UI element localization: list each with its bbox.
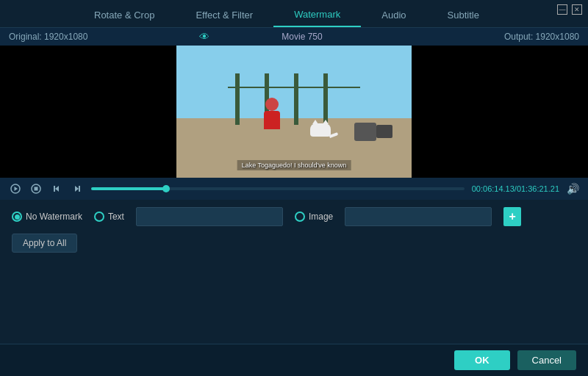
ok-button[interactable]: OK xyxy=(454,350,510,370)
image-watermark-option[interactable]: Image xyxy=(295,212,333,222)
progress-bar[interactable] xyxy=(91,187,465,190)
svg-rect-3 xyxy=(35,187,38,191)
prev-icon xyxy=(51,184,62,194)
svg-marker-1 xyxy=(15,187,18,191)
play-button[interactable] xyxy=(9,182,22,195)
text-watermark-input[interactable] xyxy=(136,207,283,226)
original-resolution: Original: 1920x1080 xyxy=(9,32,193,42)
no-watermark-radio[interactable] xyxy=(12,212,22,222)
prev-button[interactable] xyxy=(50,182,63,195)
progress-fill xyxy=(91,187,166,190)
subtitle-text: Lake Togaguedo! I should've known xyxy=(237,160,351,170)
bridge-bar-3 xyxy=(294,73,298,125)
bridge xyxy=(220,66,368,125)
svg-rect-5 xyxy=(54,186,55,192)
apply-to-all-button[interactable]: Apply to All xyxy=(12,234,77,253)
title-bar: — ✕ xyxy=(551,0,588,19)
next-button[interactable] xyxy=(71,182,84,195)
add-image-button[interactable]: + xyxy=(503,207,521,226)
minimize-button[interactable]: — xyxy=(557,4,567,15)
time-display: 00:06:14.13/01:36:21.21 xyxy=(472,184,559,193)
svg-rect-7 xyxy=(79,186,80,192)
bridge-bar-4 xyxy=(323,73,328,125)
progress-thumb xyxy=(162,185,170,192)
info-bar: Original: 1920x1080 👁 Movie 750 Output: … xyxy=(0,28,588,46)
next-icon xyxy=(72,184,82,194)
tab-watermark[interactable]: Watermark xyxy=(273,3,361,27)
bottom-bar: OK Cancel xyxy=(0,344,588,376)
svg-marker-6 xyxy=(75,186,79,192)
tab-audio[interactable]: Audio xyxy=(361,4,426,26)
cat xyxy=(310,123,331,137)
options-area: No Watermark Text Image + Apply to All xyxy=(0,200,588,260)
stop-button[interactable] xyxy=(29,182,43,195)
no-watermark-label: No Watermark xyxy=(26,212,82,222)
no-watermark-option[interactable]: No Watermark xyxy=(12,212,82,222)
video-preview: Lake Togaguedo! I should've known xyxy=(176,46,412,178)
cat-ear-left xyxy=(312,120,318,124)
movie-title: Movie 750 xyxy=(209,32,394,42)
image-watermark-input[interactable] xyxy=(345,207,492,226)
text-watermark-option[interactable]: Text xyxy=(94,212,124,222)
luggage-1 xyxy=(354,123,376,141)
svg-marker-4 xyxy=(55,186,59,192)
text-watermark-label: Text xyxy=(108,212,124,222)
controls-bar: 00:06:14.13/01:36:21.21 🔊 xyxy=(0,178,588,200)
bridge-bar-1 xyxy=(235,73,240,125)
eye-icon[interactable]: 👁 xyxy=(199,31,209,43)
volume-icon[interactable]: 🔊 xyxy=(567,183,579,195)
image-watermark-radio[interactable] xyxy=(295,212,305,222)
text-watermark-radio[interactable] xyxy=(94,212,104,222)
stop-icon xyxy=(31,184,41,194)
character xyxy=(259,98,284,138)
video-area: Lake Togaguedo! I should've known xyxy=(0,46,588,178)
tab-effect-filter[interactable]: Effect & Filter xyxy=(175,4,273,26)
cancel-button[interactable]: Cancel xyxy=(517,350,576,370)
bridge-cable xyxy=(228,87,360,88)
cat-ear-right xyxy=(323,120,329,124)
tab-subtitle[interactable]: Subtitle xyxy=(427,4,500,26)
watermark-row: No Watermark Text Image + xyxy=(12,207,576,226)
tab-rotate-crop[interactable]: Rotate & Crop xyxy=(74,4,175,26)
character-body xyxy=(264,111,280,129)
tab-bar: Rotate & Crop Effect & Filter Watermark … xyxy=(0,0,588,28)
luggage-2 xyxy=(376,125,392,138)
character-head xyxy=(265,98,279,111)
play-icon xyxy=(10,184,21,194)
image-watermark-label: Image xyxy=(309,212,333,222)
output-resolution: Output: 1920x1080 xyxy=(395,32,579,42)
close-button[interactable]: ✕ xyxy=(572,4,582,15)
